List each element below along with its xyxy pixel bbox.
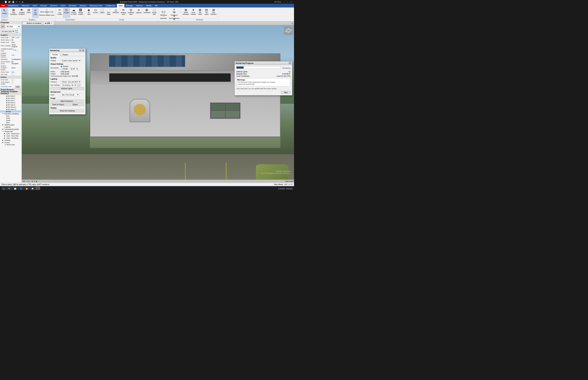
thin-lines-button[interactable]: ═ ThinLines [32, 8, 38, 18]
section-button[interactable]: ▭ Section [92, 8, 99, 18]
modify-button[interactable]: ↖ Modify [1, 8, 8, 18]
sun-path-checkbox[interactable] [12, 74, 13, 75]
tab-insert[interactable]: Insert [59, 4, 67, 7]
taskbar-chrome[interactable]: 🌐 [18, 187, 23, 190]
expand-panel-button[interactable]: ◁ [291, 22, 293, 25]
matchline-button[interactable]: — Matchline [159, 15, 168, 18]
sun-path-icon[interactable]: ☀ [34, 180, 35, 182]
dpi-select[interactable]: 96 DPI [69, 68, 79, 70]
tab-precast[interactable]: Precast [39, 4, 48, 7]
show-rendering-button[interactable]: Show the rendering [51, 109, 84, 112]
show-hidden-button[interactable]: □ Show Hidden Lines [39, 8, 55, 11]
visual-style-icon[interactable]: ⊞ [32, 180, 33, 182]
view-cube-3d[interactable]: 3D [284, 26, 293, 35]
export-button[interactable]: Export... [68, 103, 84, 106]
view-btn[interactable]: 👁 View [168, 8, 180, 11]
tree-item-legends[interactable]: Legends [0, 126, 21, 128]
cut-profile-button[interactable]: ✂ CutProfile [57, 8, 63, 18]
tree-item-schedules[interactable]: ▶ Schedules/Quantities (all) [0, 128, 21, 130]
tab-annotate[interactable]: Annotate [67, 4, 78, 7]
tab-massing[interactable]: Massing & Site [88, 4, 104, 7]
start-button[interactable]: ⊞ [1, 187, 6, 190]
adjust-exposure-button[interactable]: Adjust Exposure... [51, 100, 84, 103]
tree-item-elevations[interactable]: ▼ Elevations (Building Elevation) [0, 113, 21, 115]
filters-button[interactable]: ⊟ Filters [26, 8, 32, 18]
tree-item-3dview11[interactable]: ◈ 3D View 11 [0, 108, 21, 110]
tree-item-3dview10[interactable]: ◈ 3D View 10 [0, 106, 21, 108]
tab-collaborate[interactable]: Collaborate [104, 4, 117, 7]
qat-new[interactable]: 📄 [4, 1, 7, 3]
taskbar-task-view[interactable]: ⬜ [13, 187, 18, 190]
save-project-button[interactable]: Save to Project... [51, 103, 67, 106]
qat-redo[interactable]: ↪ [18, 1, 20, 3]
tab-steel[interactable]: Steel [31, 4, 39, 7]
view-templates-button[interactable]: ⊞ ViewTemplates [10, 8, 18, 18]
plan-views-button[interactable]: 📄 PlanViews [106, 8, 112, 18]
sun-settings-button[interactable]: ... [77, 84, 80, 86]
view-selector[interactable]: 3D View: {3D} [1, 30, 15, 33]
tree-item-3dview8[interactable]: ◈ 3D View 8 [0, 102, 21, 104]
tree-item-a101[interactable]: ▶ A101 - Electrical Plan [0, 133, 21, 135]
shadows-icon[interactable]: ◑ [36, 180, 37, 182]
tab-file[interactable]: File [0, 4, 7, 7]
graphic-display-edit[interactable]: Edit... [12, 54, 16, 56]
minimize-button[interactable]: − [283, 0, 286, 4]
duplicate-view-button[interactable]: ⊡ DuplicateView [127, 8, 135, 18]
tab-systems[interactable]: Systems [49, 4, 59, 7]
tree-item-groups[interactable]: ▶ Groups [0, 141, 21, 144]
apply-button[interactable]: Apply [15, 86, 20, 88]
tree-item-families[interactable]: ▶ Families [0, 139, 21, 141]
tab-manage[interactable]: Manage [124, 4, 134, 7]
tab-addins[interactable]: Add-Ins [134, 4, 144, 7]
taskbar-search[interactable]: 🔍 [7, 187, 12, 190]
qat-save[interactable]: 💾 [12, 1, 15, 3]
dialog-help-button[interactable]: ? [79, 49, 81, 52]
remove-hidden-button[interactable]: □ Remove Hidden Lines [39, 11, 55, 15]
switch-windows-button[interactable]: ⊞ SwitchWindows [182, 8, 190, 18]
properties-help-link[interactable]: Properties help [1, 86, 12, 88]
edit-type-link[interactable]: Edit Type [15, 30, 20, 33]
region-checkbox[interactable] [60, 54, 62, 56]
qat-undo[interactable]: ↩ [16, 1, 18, 3]
sun-select[interactable]: <In-session, Still> [60, 84, 77, 87]
taskbar-explorer[interactable]: 📁 [24, 187, 29, 190]
tree-item-sheets[interactable]: ▼ Sheets (all) [0, 130, 21, 133]
tab-architecture[interactable]: Architecture [7, 4, 20, 7]
tab-3d[interactable]: ◈ {3D} ✕ [43, 21, 54, 25]
3d-view-button[interactable]: ◈ 3DView [86, 8, 92, 18]
screen-radio[interactable] [60, 66, 62, 67]
tab-analyze[interactable]: Analyze [78, 4, 88, 7]
tree-item-east[interactable]: East [0, 115, 21, 117]
revisions-button[interactable]: ↺ Revisions [168, 11, 180, 15]
visibility-graphics-button[interactable]: 👁 Visibility/Graphics [18, 8, 25, 18]
artificial-lights-button[interactable]: Artificial Lights... [51, 87, 84, 90]
maximize-button[interactable]: □ [286, 0, 289, 4]
drafting-view-button[interactable]: ✏ DraftingView [120, 8, 127, 18]
scheme-select[interactable]: Interior: Sun and Artificial [60, 80, 81, 83]
view-type-dropdown[interactable]: 3D View [5, 25, 20, 28]
tree-item-revit-links[interactable]: 🔗 Revit Links [0, 144, 21, 146]
sheet-button[interactable]: 📄 Sheet [159, 8, 168, 11]
legends-button[interactable]: ≡ Legends [135, 8, 142, 18]
tree-item-south[interactable]: South [0, 119, 21, 121]
tile-views-button[interactable]: ⊟ TileViews [204, 8, 209, 18]
title-block-button[interactable]: 📋 Title Block [159, 11, 168, 15]
tree-item-north[interactable]: North [0, 117, 21, 119]
tab-close-button[interactable]: ✕ [51, 22, 52, 24]
graphics-section-header[interactable]: Graphics [0, 34, 21, 37]
render-button[interactable]: 🎨 Render [63, 8, 70, 18]
tree-item-3dview6[interactable]: ◈ 3D View 6 [0, 97, 21, 99]
render-tab[interactable]: Render [51, 53, 60, 56]
scope-box-button[interactable]: ⬜ ScopeBox [151, 8, 157, 18]
style-select[interactable]: Sky: Few Clouds [60, 93, 79, 96]
crop-view-checkbox[interactable] [12, 79, 13, 81]
render-cloud-button[interactable]: ☁ Renderin Cloud [70, 8, 77, 18]
render-gallery-button[interactable]: 🖼 RenderGallery [77, 8, 84, 18]
tab-views-button[interactable]: ⊞ TabViews [197, 8, 203, 18]
guide-grid-button[interactable]: ⊞ View Guide Grid [168, 18, 180, 21]
tab-view[interactable]: View [117, 4, 124, 7]
tab-bottom-container[interactable]: 📄 Bottom of container [22, 21, 43, 25]
stop-button[interactable]: Stop [281, 91, 290, 94]
tree-item-west[interactable]: West [0, 121, 21, 124]
qat-open[interactable]: 📂 [8, 1, 11, 3]
